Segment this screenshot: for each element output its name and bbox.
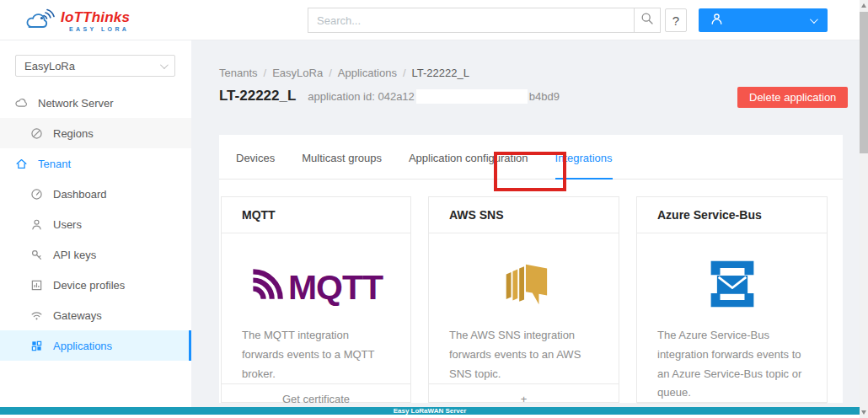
scroll-up-arrow-icon[interactable] xyxy=(861,3,866,8)
card-title: Azure Service-Bus xyxy=(637,197,827,233)
tab-bar: Devices Multicast groups Application con… xyxy=(219,135,843,180)
breadcrumb-current: LT-22222_L xyxy=(412,67,469,79)
breadcrumb-tenants[interactable]: Tenants xyxy=(219,67,258,79)
sidebar-item-api-keys[interactable]: API keys xyxy=(0,239,191,270)
sidebar-item-users[interactable]: Users xyxy=(0,209,191,239)
top-header: IoTThinks EASY LORA ? xyxy=(0,0,868,40)
sidebar-item-label: Tenant xyxy=(38,158,71,170)
sidebar-item-gateways[interactable]: Gateways xyxy=(0,300,191,330)
dashboard-icon xyxy=(30,188,43,201)
footer-status-bar: Easy LoRaWAN Server xyxy=(0,407,860,415)
search-button[interactable] xyxy=(634,8,661,33)
content-panel: Devices Multicast groups Application con… xyxy=(219,135,843,403)
tab-devices[interactable]: Devices xyxy=(236,152,275,179)
organization-select-value: EasyLoRa xyxy=(24,60,75,72)
sidebar-item-label: API keys xyxy=(53,249,96,261)
sidebar-item-regions[interactable]: Regions xyxy=(0,118,191,148)
breadcrumb-applications[interactable]: Applications xyxy=(338,67,397,79)
sidebar-item-label: Network Server xyxy=(38,97,114,110)
card-title: MQTT xyxy=(222,197,410,233)
vertical-scrollbar[interactable] xyxy=(860,0,868,418)
page-title: LT-22222_L xyxy=(219,88,296,104)
sidebar-item-tenant[interactable]: Tenant xyxy=(0,148,191,179)
key-icon xyxy=(30,249,43,261)
help-button[interactable]: ? xyxy=(665,8,687,32)
application-id: application id: 042a12 b4bd9 xyxy=(308,89,560,104)
card-title: AWS SNS xyxy=(429,197,619,233)
sidebar-item-label: Users xyxy=(53,218,82,231)
scrollbar-thumb[interactable] xyxy=(860,12,868,153)
cloud-signal-logo-icon xyxy=(24,7,56,35)
app-id-redaction xyxy=(416,89,528,104)
sidebar-item-applications[interactable]: Applications xyxy=(0,330,191,361)
integration-card-azure-service-bus: Azure Service-Bus The Azure Service-Bus … xyxy=(636,196,828,403)
home-icon xyxy=(15,158,28,170)
user-icon xyxy=(30,218,43,231)
sidebar-item-label: Regions xyxy=(53,127,94,140)
delete-application-button[interactable]: Delete application xyxy=(737,87,848,108)
grid-icon xyxy=(30,340,43,352)
device-profile-icon xyxy=(30,279,43,292)
compass-icon xyxy=(30,127,43,140)
card-description: The AWS SNS integration forwards events … xyxy=(449,326,598,383)
scroll-down-arrow-icon[interactable] xyxy=(861,410,866,415)
footer-label: Easy LoRaWAN Server xyxy=(394,407,467,415)
sidebar: EasyLoRa Network Server Regions xyxy=(0,40,191,407)
integration-cards: MQTT MQTT The MQTT integration forwards … xyxy=(221,196,828,403)
logo-subtitle: EASY LORA xyxy=(61,26,130,32)
tab-application-configuration[interactable]: Application configuration xyxy=(409,152,528,179)
organization-select[interactable]: EasyLoRa xyxy=(15,55,175,77)
tab-multicast-groups[interactable]: Multicast groups xyxy=(302,152,382,179)
sidebar-item-label: Device profiles xyxy=(53,279,125,292)
user-menu-button[interactable] xyxy=(699,8,828,32)
card-description: The MQTT integration forwards events to … xyxy=(242,326,390,383)
azure-service-bus-logo xyxy=(705,260,760,312)
sidebar-item-label: Dashboard xyxy=(53,188,107,201)
chevron-down-icon xyxy=(810,15,818,24)
card-description: The Azure Service-Bus integration forwar… xyxy=(657,326,806,403)
sidebar-item-device-profiles[interactable]: Device profiles xyxy=(0,270,191,300)
sidebar-item-dashboard[interactable]: Dashboard xyxy=(0,179,191,209)
sidebar-item-label: Applications xyxy=(53,340,112,352)
sidebar-item-network-server[interactable]: Network Server xyxy=(0,88,191,118)
tab-integrations[interactable]: Integrations xyxy=(555,152,613,179)
cloud-icon xyxy=(15,97,28,110)
chevron-down-icon xyxy=(160,61,169,69)
sidebar-item-label: Gateways xyxy=(53,309,102,322)
wifi-icon xyxy=(30,309,43,322)
search-input[interactable] xyxy=(308,8,635,33)
integration-card-mqtt: MQTT MQTT The MQTT integration forwards … xyxy=(221,196,411,403)
aws-sns-logo xyxy=(498,258,550,314)
mqtt-logo: MQTT xyxy=(249,269,383,303)
breadcrumb-easylora[interactable]: EasyLoRa xyxy=(272,67,323,79)
app-logo: IoTThinks EASY LORA xyxy=(24,7,130,35)
breadcrumb: Tenants/EasyLoRa/Applications/LT-22222_L xyxy=(219,67,469,79)
integration-card-aws-sns: AWS SNS The AWS SNS integration forwards… xyxy=(428,196,619,403)
search-icon xyxy=(640,12,654,29)
bottom-strip xyxy=(0,415,868,418)
question-mark-icon: ? xyxy=(672,13,679,28)
logo-title: IoTThinks xyxy=(61,10,130,24)
user-icon xyxy=(710,13,723,29)
